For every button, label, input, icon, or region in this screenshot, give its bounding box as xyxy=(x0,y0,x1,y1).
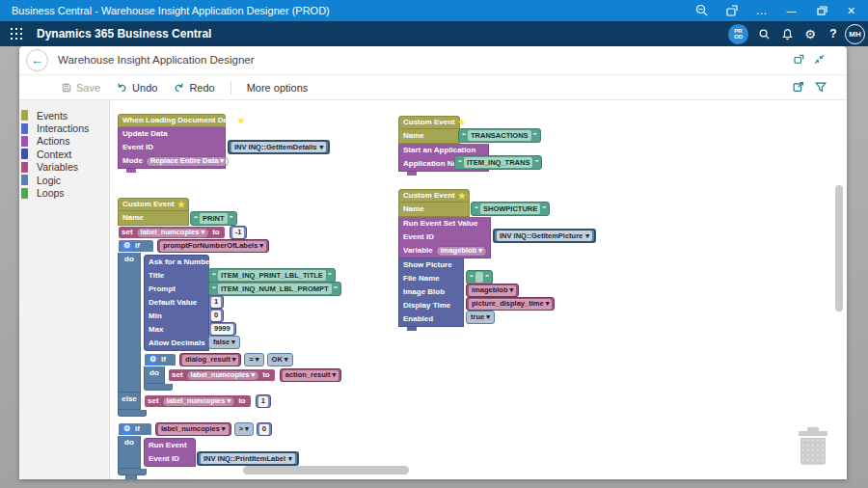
titlebar-controls: … — × xyxy=(687,0,866,21)
update-data-block[interactable]: Update Data Event ID Mode Replace Entire… xyxy=(118,127,226,169)
block-custom-event-print[interactable]: Custom Event ★ Name “PRINT” set label_nu… xyxy=(118,198,341,479)
event-id-dropdown-block[interactable]: INV INQ::GetItemPicture▾ xyxy=(493,229,596,243)
block-custom-event-transactions[interactable]: Custom Event ★ Name Start an Application… xyxy=(398,116,489,176)
trash-can-icon[interactable] xyxy=(797,427,829,466)
text-block-showpicture[interactable]: “SHOWPICTURE” xyxy=(471,202,550,216)
event-header[interactable]: Custom Event ★ xyxy=(118,198,189,211)
next-connector xyxy=(125,475,137,479)
app-name[interactable]: Dynamics 365 Business Central xyxy=(37,27,211,41)
event-header[interactable]: Custom Event ★ xyxy=(398,189,470,203)
save-button[interactable]: Save xyxy=(61,82,100,94)
screen: Business Central - Warehouse Insight App… xyxy=(0,0,868,488)
settings-gear-icon[interactable]: ⚙ xyxy=(799,21,822,46)
share-icon[interactable] xyxy=(792,80,805,94)
back-button[interactable]: ← xyxy=(26,49,48,71)
ask-for-a-number-block[interactable]: Ask for a Number Title Prompt Default Va… xyxy=(144,255,209,351)
text-block-title[interactable]: “ITEM_INQ_PRINT_LBL_TITLE” xyxy=(208,268,336,283)
variable-field-dropdown[interactable]: label_numcopies▾ xyxy=(162,396,236,407)
restore-window-icon[interactable] xyxy=(806,0,836,21)
event-header[interactable]: Custom Event ★ xyxy=(398,116,460,129)
variable-block-picture-display-time[interactable]: picture_display_time▾ xyxy=(466,297,555,311)
number-block[interactable]: 0 xyxy=(208,309,224,322)
toolbox-category-events[interactable]: Events xyxy=(19,109,109,122)
vertical-scrollbar[interactable] xyxy=(835,185,843,312)
variable-block-label-numcopies[interactable]: label_numcopies▾ xyxy=(155,422,231,436)
zoom-out-icon[interactable] xyxy=(687,0,717,21)
boolean-dropdown-block[interactable]: false▾ xyxy=(208,336,240,349)
page-header: ← Warehouse Insight Application Designer xyxy=(19,46,847,75)
mutator-gear-icon[interactable]: ⚙ xyxy=(122,424,132,435)
number-block[interactable]: 0 xyxy=(257,422,272,436)
text-block-print[interactable]: “PRINT” xyxy=(190,211,237,226)
filter-icon[interactable] xyxy=(814,80,827,94)
set-variable-block[interactable]: set label_numcopies▾ to -1 xyxy=(118,226,341,239)
event-id-dropdown-block[interactable]: INV INQ::PrintItemLabel▾ xyxy=(197,451,299,466)
block-foot xyxy=(118,410,147,417)
event-header[interactable]: When Loading Document Data ★ xyxy=(118,114,226,127)
text-block-item-inq-trans[interactable]: “ITEM_INQ_TRANS” xyxy=(454,155,542,170)
mode-dropdown[interactable]: Replace Entire Data▾ xyxy=(146,156,229,167)
avatar[interactable]: MH xyxy=(845,24,865,44)
collapse-diagonal-icon[interactable] xyxy=(813,53,826,66)
window-title: Business Central - Warehouse Insight App… xyxy=(0,5,330,16)
variable-field-dropdown[interactable]: label_numcopies▾ xyxy=(136,228,210,238)
variable-field-dropdown[interactable]: label_numcopies▾ xyxy=(186,370,260,381)
operator-dropdown-block[interactable]: >▾ xyxy=(234,422,254,436)
text-block-transactions[interactable]: “TRANSACTIONS” xyxy=(458,128,541,143)
variable-block-action-result[interactable]: action_result▾ xyxy=(280,368,341,382)
block-canvas[interactable]: When Loading Document Data ★ Update Data… xyxy=(110,100,847,479)
run-event-set-value-block[interactable]: Run Event Set Value Event ID Variable im… xyxy=(398,217,491,258)
toolbox-category-context[interactable]: Context xyxy=(19,148,109,160)
block-when-loading-document-data[interactable]: When Loading Document Data ★ Update Data… xyxy=(118,114,226,174)
context-color-chip xyxy=(21,149,28,159)
block-custom-event-showpicture[interactable]: Custom Event ★ Name Run Event Set Value … xyxy=(398,189,491,332)
toolbox-category-loops[interactable]: Loops xyxy=(19,186,109,199)
toolbox-category-actions[interactable]: Actions xyxy=(19,135,109,148)
navbar-actions: PR OD ⚙ ? MH xyxy=(728,21,865,46)
variable-block-dialog-result[interactable]: dialog_result▾ xyxy=(179,353,241,366)
notifications-bell-icon[interactable] xyxy=(775,21,799,46)
event-id-dropdown-block[interactable]: INV INQ::GetItemDetails▾ xyxy=(228,140,330,154)
star-icon: ★ xyxy=(237,117,245,125)
run-event-block[interactable]: Run Event Event ID INV INQ::PrintItemLab… xyxy=(144,438,196,467)
ok-dropdown-block[interactable]: OK▾ xyxy=(267,353,293,366)
minimize-icon[interactable]: — xyxy=(776,0,806,21)
enabled-dropdown-block[interactable]: true▾ xyxy=(466,311,495,324)
number-block[interactable]: 9999 xyxy=(208,322,236,336)
show-picture-block[interactable]: Show Picture File Name Image Blob Displa… xyxy=(398,258,464,327)
set-variable-block[interactable]: set label_numcopies▾ to 1 xyxy=(144,394,271,408)
toolbox-category-variables[interactable]: Variables xyxy=(19,161,109,174)
more-options-button[interactable]: More options xyxy=(247,82,309,94)
redo-button[interactable]: Redo xyxy=(173,81,214,94)
pop-out-window-icon[interactable] xyxy=(717,0,746,21)
close-icon[interactable]: × xyxy=(836,0,866,21)
variable-dropdown[interactable]: imageblob▾ xyxy=(436,246,487,257)
events-color-chip xyxy=(21,110,28,121)
toolbox-category-interactions[interactable]: Interactions xyxy=(19,122,109,134)
set-variable-block[interactable]: set label_numcopies▾ to action_result▾ xyxy=(168,368,341,382)
operator-dropdown-block[interactable]: =▾ xyxy=(244,353,263,366)
help-icon[interactable]: ? xyxy=(822,21,845,46)
mutator-gear-icon[interactable]: ⚙ xyxy=(122,241,132,252)
undo-button[interactable]: Undo xyxy=(116,81,157,94)
mutator-gear-icon[interactable]: ⚙ xyxy=(148,355,158,366)
number-block[interactable]: 1 xyxy=(256,394,271,408)
if-else-block[interactable]: ⚙ if promptForNumberOfLabels▾ do xyxy=(118,239,341,417)
variable-block-promptfornumberoflabels[interactable]: promptForNumberOfLabels▾ xyxy=(157,239,269,253)
more-menu-icon[interactable]: … xyxy=(746,0,776,21)
open-in-new-window-icon[interactable] xyxy=(793,53,805,66)
loops-color-chip xyxy=(21,188,28,199)
toolbox-category-logic[interactable]: Logic xyxy=(19,174,109,186)
text-block-prompt[interactable]: “ITEM_INQ_NUM_LBL_PROMPT” xyxy=(208,282,341,296)
app-launcher-icon[interactable] xyxy=(11,28,22,40)
text-block-empty[interactable]: “” xyxy=(466,270,493,285)
number-block[interactable]: -1 xyxy=(230,226,248,239)
variable-block-imageblob[interactable]: imageblob▾ xyxy=(466,284,519,297)
star-icon: ★ xyxy=(458,119,466,127)
horizontal-scrollbar[interactable] xyxy=(243,466,409,474)
star-icon: ★ xyxy=(458,192,466,201)
if-block-dialog-result[interactable]: ⚙ if dialog_result▾ =▾ OK▾ do xyxy=(144,353,341,391)
environment-badge[interactable]: PR OD xyxy=(728,24,748,44)
number-block[interactable]: 1 xyxy=(208,295,224,309)
search-icon[interactable] xyxy=(752,21,775,46)
